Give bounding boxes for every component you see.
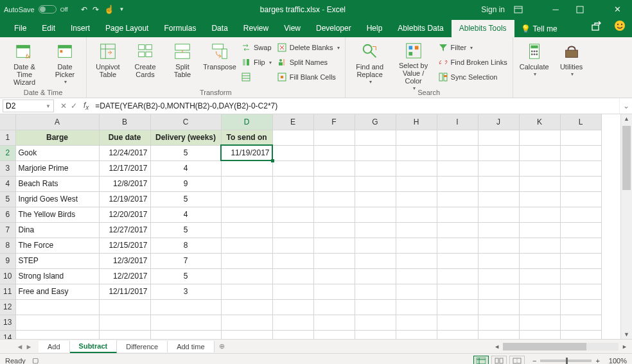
cell-B14[interactable] [99, 330, 150, 339]
zoom-level[interactable]: 100% [609, 357, 627, 365]
col-header-E[interactable]: E [272, 114, 313, 130]
cell-E5[interactable] [272, 191, 313, 207]
cell-I1[interactable] [437, 130, 478, 145]
cell-H4[interactable] [396, 176, 437, 191]
tab-view[interactable]: View [276, 20, 308, 37]
cell-G12[interactable] [355, 299, 396, 315]
cell-A2[interactable]: Gook [15, 145, 99, 160]
cell-I13[interactable] [437, 315, 478, 330]
cell-C13[interactable] [150, 315, 221, 330]
cell-A14[interactable] [15, 330, 99, 339]
redo-icon[interactable]: ↷ [92, 5, 99, 14]
cell-E4[interactable] [272, 176, 313, 191]
row-header-9[interactable]: 9 [0, 253, 15, 268]
cell-B11[interactable]: 12/11/2017 [99, 284, 150, 299]
col-header-I[interactable]: I [437, 114, 478, 130]
cell-K5[interactable] [519, 191, 560, 207]
sync-selection-button[interactable]: Sync Selection [438, 71, 507, 83]
cell-C6[interactable]: 4 [150, 207, 221, 222]
cell-J5[interactable] [478, 191, 519, 207]
cell-A1[interactable]: Barge [15, 130, 99, 145]
cell-K3[interactable] [519, 160, 560, 176]
cell-B9[interactable]: 12/3/2017 [99, 253, 150, 268]
cell-H2[interactable] [396, 145, 437, 160]
cell-K6[interactable] [519, 207, 560, 222]
cell-D11[interactable] [221, 284, 272, 299]
cell-G13[interactable] [355, 315, 396, 330]
autosave-switch-icon[interactable] [39, 5, 57, 13]
cell-L6[interactable] [560, 207, 601, 222]
cell-G10[interactable] [355, 268, 396, 284]
cell-J11[interactable] [478, 284, 519, 299]
col-header-F[interactable]: F [313, 114, 355, 130]
close-icon[interactable]: ✕ [606, 4, 628, 14]
sheet-nav-next-icon[interactable]: ► [24, 343, 33, 351]
cell-K9[interactable] [519, 253, 560, 268]
cells-table[interactable]: ABCDEFGHIJKL1BargeDue dateDelivery (week… [0, 114, 602, 339]
cell-J2[interactable] [478, 145, 519, 160]
cell-G7[interactable] [355, 222, 396, 238]
col-header-B[interactable]: B [99, 114, 150, 130]
cell-H11[interactable] [396, 284, 437, 299]
cancel-formula-icon[interactable]: ✕ [60, 101, 67, 110]
cell-H9[interactable] [396, 253, 437, 268]
tab-ablebits-tools[interactable]: Ablebits Tools [452, 20, 514, 37]
cell-C4[interactable]: 9 [150, 176, 221, 191]
macro-record-icon[interactable]: ▢ [32, 356, 39, 364]
cell-I5[interactable] [437, 191, 478, 207]
cell-E2[interactable] [272, 145, 313, 160]
cell-F9[interactable] [313, 253, 355, 268]
cell-K10[interactable] [519, 268, 560, 284]
split-table-button[interactable]: Split Table [166, 40, 198, 86]
cell-F2[interactable] [313, 145, 355, 160]
cell-H1[interactable] [396, 130, 437, 145]
row-header-14[interactable]: 14 [0, 330, 15, 339]
row-header-10[interactable]: 10 [0, 268, 15, 284]
cell-C5[interactable]: 5 [150, 191, 221, 207]
cell-B12[interactable] [99, 299, 150, 315]
cell-E3[interactable] [272, 160, 313, 176]
cell-A10[interactable]: Strong Island [15, 268, 99, 284]
cell-C11[interactable]: 3 [150, 284, 221, 299]
col-header-G[interactable]: G [355, 114, 396, 130]
row-header-1[interactable]: 1 [0, 130, 15, 145]
scroll-up-icon[interactable]: ▲ [621, 116, 632, 122]
tab-edit[interactable]: Edit [34, 20, 63, 37]
cell-L14[interactable] [560, 330, 601, 339]
cell-J7[interactable] [478, 222, 519, 238]
tab-review[interactable]: Review [236, 20, 276, 37]
cell-G5[interactable] [355, 191, 396, 207]
sheet-tab-difference[interactable]: Difference [117, 341, 168, 352]
cell-H10[interactable] [396, 268, 437, 284]
cell-G1[interactable] [355, 130, 396, 145]
col-header-H[interactable]: H [396, 114, 437, 130]
maximize-icon[interactable] [575, 5, 597, 14]
cell-B1[interactable]: Due date [99, 130, 150, 145]
tab-data[interactable]: Data [204, 20, 235, 37]
cell-F12[interactable] [313, 299, 355, 315]
cell-A5[interactable]: Ingrid Goes West [15, 191, 99, 207]
cell-I10[interactable] [437, 268, 478, 284]
accept-formula-icon[interactable]: ✓ [71, 101, 77, 110]
scroll-thumb[interactable] [622, 126, 631, 190]
cell-F5[interactable] [313, 191, 355, 207]
cell-C3[interactable]: 4 [150, 160, 221, 176]
date-time-wizard-button[interactable]: fx Date & Time Wizard [5, 40, 44, 86]
cell-F10[interactable] [313, 268, 355, 284]
cell-D2[interactable]: 11/19/2017 [221, 145, 272, 160]
fx-icon[interactable]: fx [83, 101, 89, 111]
date-picker-button[interactable]: Date Picker▾ [49, 40, 81, 86]
cell-D10[interactable] [221, 268, 272, 284]
zoom-in-icon[interactable]: + [595, 357, 599, 365]
namebox-dropdown-icon[interactable]: ▼ [46, 103, 51, 109]
cell-B6[interactable]: 12/20/2017 [99, 207, 150, 222]
find-replace-button[interactable]: Find and Replace▾ [351, 40, 389, 86]
cell-F8[interactable] [313, 238, 355, 253]
cell-C1[interactable]: Delivery (weeks) [150, 130, 221, 145]
undo-icon[interactable]: ↶ [81, 5, 87, 14]
expand-formula-icon[interactable]: ⌄ [619, 98, 632, 114]
cell-D1[interactable]: To send on [221, 130, 272, 145]
cell-B4[interactable]: 12/8/2017 [99, 176, 150, 191]
cell-H12[interactable] [396, 299, 437, 315]
row-header-5[interactable]: 5 [0, 191, 15, 207]
